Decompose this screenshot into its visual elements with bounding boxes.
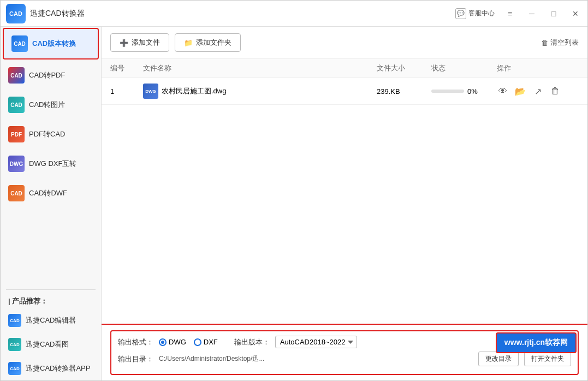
format-radio-group: DWG DXF [159,338,218,346]
title-bar: CAD 迅捷CAD转换器 💬 客服中心 ≡ ─ □ ✕ [1,1,587,27]
export-icon[interactable]: ↗ [532,85,544,97]
sidebar-item-label: PDF转CAD [29,129,65,139]
toolbar: ➕ 添加文件 📁 添加文件夹 🗑 清空列表 [102,27,587,59]
sidebar-item-cad-pdf[interactable]: CAD CAD转PDF [1,61,101,90]
pdf-cad-icon: PDF [8,126,25,142]
format-label: 输出格式： [118,337,153,347]
sidebar: CAD CAD版本转换 CAD CAD转PDF CAD CAD转图片 PDF P… [1,27,102,380]
folder-icon[interactable]: 📂 [514,85,526,97]
file-name-cell: DWG 农村民居施工图.dwg [143,84,377,99]
radio-dwg-label: DWG [169,338,186,346]
radio-dxf-dot [194,338,201,346]
service-icon: 💬 [455,8,466,19]
sidebar-item-label: CAD转PDF [29,70,65,80]
recommend-label: | 产品推荐： [1,292,101,308]
sidebar-bottom: | 产品推荐： CAD 迅捷CAD编辑器 CAD 迅捷CAD看图 CAD 迅捷C… [1,287,101,380]
dir-path: C:/Users/Administrator/Desktop/迅... [159,354,473,364]
minimize-button[interactable]: ─ [525,7,538,20]
rec-app-label: 迅捷CAD转换器APP [26,364,90,373]
file-table: 编号 文件名称 文件大小 状态 操作 1 DWG 农村民居施工图.dwg 239… [102,59,587,324]
window-controls: 💬 客服中心 ≡ ─ □ ✕ [455,7,582,20]
sidebar-item-label: CAD转DWF [29,188,67,198]
delete-icon[interactable]: 🗑 [549,85,561,97]
rec-editor-label: 迅捷CAD编辑器 [26,315,76,325]
col-action: 操作 [497,63,579,73]
sidebar-item-pdf-cad[interactable]: PDF PDF转CAD [1,120,101,149]
add-file-icon: ➕ [120,39,128,47]
sidebar-divider [6,289,96,290]
cad-dwf-icon: CAD [8,185,25,201]
sidebar-item-label: CAD版本转换 [32,39,76,49]
progress-text: 0% [467,87,478,96]
row-number: 1 [110,87,143,96]
file-size: 239.KB [377,87,431,96]
cad-pdf-icon: CAD [8,67,25,84]
progress-bar [431,90,464,93]
rec-viewer-label: 迅捷CAD看图 [26,340,69,349]
menu-button[interactable]: ≡ [503,7,516,20]
viewer-icon: CAD [8,338,21,351]
radio-dxf[interactable]: DXF [194,338,218,346]
app-logo: CAD [6,4,26,23]
table-row: 1 DWG 农村民居施工图.dwg 239.KB 0% 👁 📂 [102,78,587,105]
sidebar-item-cad-version[interactable]: CAD CAD版本转换 [3,28,99,59]
version-label: 输出版本： [234,337,270,347]
dir-row: 输出目录： C:/Users/Administrator/Desktop/迅..… [118,352,571,366]
watermark-text: rjtj.cn软荐网 [524,338,568,347]
dwg-dxf-icon: DWG [8,156,25,172]
action-icons: 👁 📂 ↗ 🗑 [497,85,579,97]
table-header: 编号 文件名称 文件大小 状态 操作 [102,59,587,78]
app-title: 迅捷CAD转换器 [30,9,455,19]
app-icon: CAD [8,362,21,375]
open-folder-button[interactable]: 打开文件夹 [524,352,571,366]
maximize-button[interactable]: □ [547,7,560,20]
version-select[interactable]: AutoCAD2018~2022 AutoCAD2014~2017 AutoCA… [275,336,357,348]
close-button[interactable]: ✕ [569,7,582,20]
right-panel: ➕ 添加文件 📁 添加文件夹 🗑 清空列表 编号 文件名称 文件大小 [102,27,587,380]
radio-dwg[interactable]: DWG [159,338,186,346]
service-center-button[interactable]: 💬 客服中心 [455,8,495,19]
preview-icon[interactable]: 👁 [497,85,509,97]
radio-dxf-label: DXF [204,338,218,346]
sidebar-item-cad-image[interactable]: CAD CAD转图片 [1,90,101,120]
add-file-button[interactable]: ➕ 添加文件 [110,33,169,52]
sidebar-rec-editor[interactable]: CAD 迅捷CAD编辑器 [1,308,101,332]
status-cell: 0% [431,87,497,96]
filename: 农村民居施工图.dwg [162,86,226,96]
sidebar-rec-viewer[interactable]: CAD 迅捷CAD看图 [1,332,101,356]
add-folder-icon: 📁 [184,39,193,47]
col-number: 编号 [110,63,143,73]
main-content: CAD CAD版本转换 CAD CAD转PDF CAD CAD转图片 PDF P… [1,27,587,380]
change-dir-button[interactable]: 更改目录 [478,352,519,366]
cad-image-icon: CAD [8,97,25,113]
watermark: www.rjtj.cn软荐网 [496,332,577,353]
editor-icon: CAD [8,314,21,327]
col-filename: 文件名称 [143,63,377,73]
sidebar-item-cad-dwf[interactable]: CAD CAD转DWF [1,178,101,208]
dir-label: 输出目录： [118,354,153,364]
radio-dwg-dot [159,338,167,346]
add-folder-button[interactable]: 📁 添加文件夹 [175,33,241,52]
clear-list-button[interactable]: 🗑 清空列表 [541,38,579,47]
col-status: 状态 [431,63,497,73]
sidebar-rec-app[interactable]: CAD 迅捷CAD转换器APP [1,356,101,380]
sidebar-item-label: CAD转图片 [29,100,65,110]
cad-version-icon: CAD [11,35,28,52]
file-type-icon: DWG [143,84,158,99]
col-filesize: 文件大小 [377,63,431,73]
sidebar-item-label: DWG DXF互转 [29,159,76,169]
clear-icon: 🗑 [541,39,548,47]
sidebar-item-dwg-dxf[interactable]: DWG DWG DXF互转 [1,149,101,178]
